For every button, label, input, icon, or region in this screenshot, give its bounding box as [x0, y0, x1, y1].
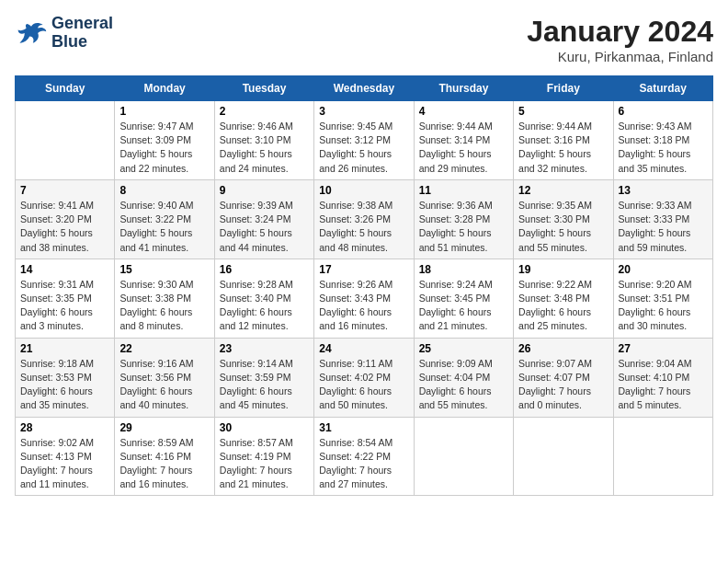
calendar-cell: 19Sunrise: 9:22 AMSunset: 3:48 PMDayligh… — [514, 259, 613, 338]
sunset-text: Sunset: 4:02 PM — [319, 371, 408, 385]
sunset-text: Sunset: 4:22 PM — [319, 450, 408, 464]
calendar-cell: 8Sunrise: 9:40 AMSunset: 3:22 PMDaylight… — [115, 179, 214, 259]
sunrise-text: Sunrise: 9:31 AM — [20, 278, 109, 292]
day-number: 13 — [619, 184, 708, 197]
day-info: Sunrise: 8:57 AMSunset: 4:19 PMDaylight:… — [220, 436, 309, 492]
sunrise-text: Sunrise: 9:45 AM — [319, 120, 408, 133]
sunset-text: Sunset: 3:09 PM — [119, 133, 209, 147]
day-number: 28 — [20, 421, 109, 434]
sunrise-text: Sunrise: 9:47 AM — [119, 120, 209, 133]
calendar-cell: 11Sunrise: 9:36 AMSunset: 3:28 PMDayligh… — [414, 179, 513, 259]
day-number: 5 — [518, 105, 608, 118]
calendar-cell: 5Sunrise: 9:44 AMSunset: 3:16 PMDaylight… — [514, 101, 613, 180]
sunrise-text: Sunrise: 9:16 AM — [119, 357, 209, 371]
sunrise-text: Sunrise: 9:40 AM — [119, 199, 209, 213]
title-block: January 2024 Kuru, Pirkanmaa, Finland — [527, 15, 713, 64]
day-info: Sunrise: 9:11 AMSunset: 4:02 PMDaylight:… — [319, 357, 408, 413]
calendar-cell: 7Sunrise: 9:41 AMSunset: 3:20 PMDaylight… — [16, 179, 115, 259]
day-info: Sunrise: 9:44 AMSunset: 3:16 PMDaylight:… — [518, 120, 608, 176]
daylight-text: Daylight: 6 hours and 3 minutes. — [20, 305, 109, 333]
day-number: 2 — [220, 105, 309, 118]
weekday-thursday: Thursday — [414, 76, 513, 101]
sunset-text: Sunset: 4:04 PM — [419, 371, 508, 385]
sunrise-text: Sunrise: 9:33 AM — [619, 199, 708, 213]
day-number: 24 — [319, 342, 408, 355]
calendar-cell: 22Sunrise: 9:16 AMSunset: 3:56 PMDayligh… — [115, 338, 214, 417]
calendar-week-row: 1Sunrise: 9:47 AMSunset: 3:09 PMDaylight… — [16, 101, 713, 180]
day-info: Sunrise: 9:46 AMSunset: 3:10 PMDaylight:… — [220, 120, 309, 176]
day-number: 21 — [20, 342, 109, 355]
daylight-text: Daylight: 6 hours and 40 minutes. — [119, 385, 209, 412]
day-info: Sunrise: 9:36 AMSunset: 3:28 PMDaylight:… — [419, 199, 508, 255]
day-number: 20 — [619, 263, 708, 276]
sunrise-text: Sunrise: 9:14 AM — [220, 357, 309, 371]
sunrise-text: Sunrise: 9:11 AM — [319, 357, 408, 371]
day-number: 26 — [518, 342, 608, 355]
day-info: Sunrise: 9:30 AMSunset: 3:38 PMDaylight:… — [119, 278, 209, 334]
calendar-cell: 18Sunrise: 9:24 AMSunset: 3:45 PMDayligh… — [414, 259, 513, 338]
calendar-cell: 30Sunrise: 8:57 AMSunset: 4:19 PMDayligh… — [214, 417, 313, 496]
day-number: 9 — [220, 184, 309, 197]
day-number: 25 — [419, 342, 508, 355]
sunset-text: Sunset: 3:51 PM — [619, 292, 708, 305]
daylight-text: Daylight: 5 hours and 22 minutes. — [119, 147, 209, 175]
daylight-text: Daylight: 5 hours and 48 minutes. — [319, 226, 408, 254]
calendar-cell: 21Sunrise: 9:18 AMSunset: 3:53 PMDayligh… — [16, 338, 115, 417]
calendar-cell — [514, 417, 613, 496]
daylight-text: Daylight: 6 hours and 12 minutes. — [220, 305, 309, 333]
sunset-text: Sunset: 3:33 PM — [619, 213, 708, 226]
calendar-cell: 27Sunrise: 9:04 AMSunset: 4:10 PMDayligh… — [613, 338, 712, 417]
daylight-text: Daylight: 5 hours and 41 minutes. — [119, 226, 209, 254]
logo-bird-icon — [15, 19, 48, 47]
calendar-cell: 6Sunrise: 9:43 AMSunset: 3:18 PMDaylight… — [613, 101, 712, 180]
sunset-text: Sunset: 4:19 PM — [220, 450, 309, 464]
daylight-text: Daylight: 5 hours and 29 minutes. — [419, 147, 508, 175]
weekday-tuesday: Tuesday — [214, 76, 313, 101]
daylight-text: Daylight: 5 hours and 26 minutes. — [319, 147, 408, 175]
day-info: Sunrise: 9:04 AMSunset: 4:10 PMDaylight:… — [619, 357, 708, 413]
calendar-cell: 26Sunrise: 9:07 AMSunset: 4:07 PMDayligh… — [514, 338, 613, 417]
day-info: Sunrise: 9:47 AMSunset: 3:09 PMDaylight:… — [119, 120, 209, 176]
daylight-text: Daylight: 7 hours and 21 minutes. — [220, 464, 309, 491]
sunrise-text: Sunrise: 9:02 AM — [20, 436, 109, 450]
calendar-cell: 31Sunrise: 8:54 AMSunset: 4:22 PMDayligh… — [314, 417, 414, 496]
sunrise-text: Sunrise: 9:38 AM — [319, 199, 408, 213]
sunrise-text: Sunrise: 9:22 AM — [518, 278, 608, 292]
weekday-wednesday: Wednesday — [314, 76, 414, 101]
daylight-text: Daylight: 6 hours and 55 minutes. — [419, 385, 508, 412]
daylight-text: Daylight: 5 hours and 51 minutes. — [419, 226, 508, 254]
sunrise-text: Sunrise: 9:46 AM — [220, 120, 309, 133]
sunset-text: Sunset: 3:45 PM — [419, 292, 508, 305]
day-info: Sunrise: 9:14 AMSunset: 3:59 PMDaylight:… — [220, 357, 309, 413]
calendar-cell: 10Sunrise: 9:38 AMSunset: 3:26 PMDayligh… — [314, 179, 414, 259]
daylight-text: Daylight: 5 hours and 32 minutes. — [518, 147, 608, 175]
calendar-cell — [414, 417, 513, 496]
calendar-cell: 24Sunrise: 9:11 AMSunset: 4:02 PMDayligh… — [314, 338, 414, 417]
day-number: 27 — [619, 342, 708, 355]
calendar-week-row: 14Sunrise: 9:31 AMSunset: 3:35 PMDayligh… — [16, 259, 713, 338]
page-header: General Blue January 2024 Kuru, Pirkanma… — [15, 15, 713, 64]
daylight-text: Daylight: 6 hours and 8 minutes. — [119, 305, 209, 333]
day-info: Sunrise: 9:07 AMSunset: 4:07 PMDaylight:… — [518, 357, 608, 413]
daylight-text: Daylight: 5 hours and 35 minutes. — [619, 147, 708, 175]
day-number: 30 — [220, 421, 309, 434]
calendar-cell: 29Sunrise: 8:59 AMSunset: 4:16 PMDayligh… — [115, 417, 214, 496]
day-number: 23 — [220, 342, 309, 355]
calendar-table: SundayMondayTuesdayWednesdayThursdayFrid… — [15, 75, 713, 496]
sunset-text: Sunset: 4:13 PM — [20, 450, 109, 464]
calendar-cell — [16, 101, 115, 180]
daylight-text: Daylight: 5 hours and 38 minutes. — [20, 226, 109, 254]
calendar-cell: 16Sunrise: 9:28 AMSunset: 3:40 PMDayligh… — [214, 259, 313, 338]
day-number: 15 — [119, 263, 209, 276]
day-info: Sunrise: 9:40 AMSunset: 3:22 PMDaylight:… — [119, 199, 209, 255]
day-info: Sunrise: 9:24 AMSunset: 3:45 PMDaylight:… — [419, 278, 508, 334]
sunrise-text: Sunrise: 8:57 AM — [220, 436, 309, 450]
daylight-text: Daylight: 5 hours and 24 minutes. — [220, 147, 309, 175]
day-info: Sunrise: 9:02 AMSunset: 4:13 PMDaylight:… — [20, 436, 109, 492]
sunset-text: Sunset: 3:12 PM — [319, 133, 408, 147]
day-number: 6 — [619, 105, 708, 118]
calendar-cell: 3Sunrise: 9:45 AMSunset: 3:12 PMDaylight… — [314, 101, 414, 180]
day-number: 22 — [119, 342, 209, 355]
day-number: 10 — [319, 184, 408, 197]
sunrise-text: Sunrise: 9:30 AM — [119, 278, 209, 292]
